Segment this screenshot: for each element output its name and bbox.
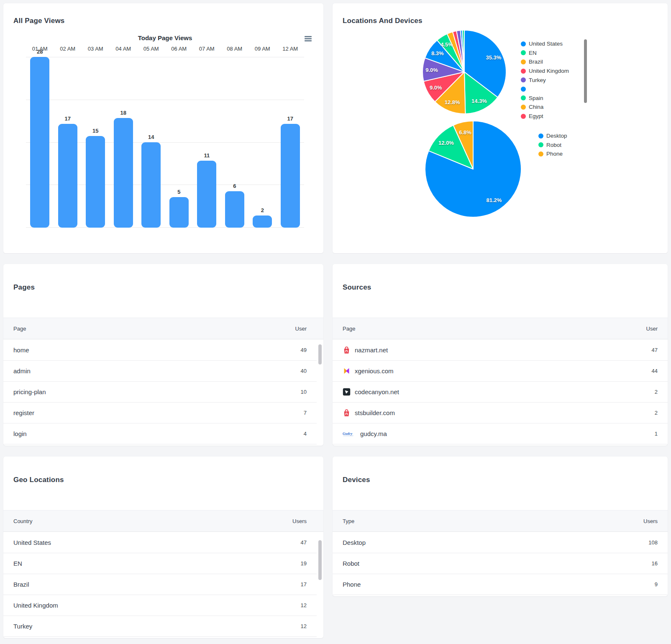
legend-item[interactable]: Egypt <box>521 112 569 121</box>
legend-item[interactable]: United Kingdom <box>521 67 569 76</box>
column-header-user: User <box>295 326 307 332</box>
table-row: home49 <box>3 340 317 361</box>
table-row: nazmart.net47 <box>333 340 668 361</box>
pages-card-title: Pages <box>13 283 35 292</box>
bar <box>114 118 133 228</box>
table-row: Phone9 <box>333 574 668 595</box>
bar-value-label: 15 <box>82 128 110 134</box>
row-value: 47 <box>652 347 658 353</box>
legend-marker-icon <box>521 77 526 82</box>
legend-marker-icon <box>521 114 526 119</box>
row-value: 12 <box>301 623 307 629</box>
bar <box>197 161 216 228</box>
legend-item[interactable] <box>521 85 569 94</box>
x-axis-label: 05 AM <box>137 46 165 52</box>
legend-marker-icon <box>521 105 526 110</box>
locations-legend: United StatesENBrazilUnited KingdomTurke… <box>521 39 569 121</box>
sources-card-title: Sources <box>343 283 371 292</box>
row-value: 1 <box>655 431 658 437</box>
xgenious-favicon-icon <box>343 367 351 375</box>
geo-table-body: United States47EN19Brazil17United Kingdo… <box>3 532 317 637</box>
pie-percent-label: 35.3% <box>486 54 501 61</box>
pie-percent-label: 6.8% <box>459 129 471 136</box>
legend-label: Phone <box>546 151 563 157</box>
row-value: 4 <box>304 431 307 437</box>
row-label: register <box>13 409 34 416</box>
row-value: 12 <box>301 602 307 608</box>
chart-menu-icon[interactable] <box>305 36 312 42</box>
legend-marker-icon <box>521 50 526 55</box>
x-axis-label: 12 AM <box>277 46 305 52</box>
row-label: gudcy.ma <box>360 430 387 437</box>
x-axis-label: 03 AM <box>82 46 110 52</box>
legend-item[interactable]: China <box>521 103 569 112</box>
row-value: 16 <box>652 560 658 567</box>
bar-value-label: 14 <box>137 134 165 140</box>
row-value: 7 <box>304 410 307 416</box>
pages-card: Pages Page User home49admin40pricing-pla… <box>3 264 323 446</box>
bar <box>281 124 300 228</box>
table-row: United Kingdom12 <box>3 595 317 616</box>
row-label: Turkey <box>13 623 32 630</box>
row-value: 17 <box>301 581 307 588</box>
table-row: pricing-plan10 <box>3 382 317 403</box>
bar-slot: 28 <box>26 57 54 228</box>
legend-scrollbar[interactable] <box>584 39 587 103</box>
x-axis-label: 06 AM <box>165 46 193 52</box>
bar-value-label: 17 <box>54 115 82 122</box>
legend-item[interactable]: Phone <box>538 149 567 159</box>
bar-slot: 17 <box>54 57 82 228</box>
pie-percent-label: 4.5% <box>441 41 453 48</box>
legend-label: China <box>529 104 543 110</box>
pie-percent-label: 8.3% <box>431 50 444 56</box>
table-row: codecanyon.net2 <box>333 382 668 403</box>
legend-item[interactable]: United States <box>521 39 569 49</box>
table-row: admin40 <box>3 361 317 382</box>
table-scrollbar[interactable] <box>318 344 322 364</box>
bar <box>30 57 49 228</box>
row-label: United Kingdom <box>13 602 58 609</box>
nazmart-favicon-icon <box>343 346 351 354</box>
pie-percent-label: 9.0% <box>430 85 442 91</box>
row-label: pricing-plan <box>13 388 46 395</box>
pie-percent-label: 12.8% <box>445 99 460 105</box>
legend-item[interactable]: Robot <box>538 141 567 150</box>
bar-slot: 2 <box>248 57 277 228</box>
legend-item[interactable]: Turkey <box>521 75 569 85</box>
bar <box>141 142 161 228</box>
table-row: Brazil17 <box>3 574 317 595</box>
legend-label: Turkey <box>529 77 546 83</box>
legend-item[interactable]: EN <box>521 49 569 58</box>
codecanyon-favicon-icon <box>343 388 351 396</box>
x-axis-label: 07 AM <box>193 46 221 52</box>
pie-percent-label: 81.2% <box>486 197 502 203</box>
legend-item[interactable]: Spain <box>521 94 569 103</box>
legend-item[interactable]: Desktop <box>538 131 567 141</box>
column-header-user: User <box>646 326 658 332</box>
table-row: Robot16 <box>333 553 668 574</box>
bar-slot: 17 <box>277 57 305 228</box>
legend-marker-icon <box>538 133 543 139</box>
row-label: codecanyon.net <box>355 388 399 395</box>
pie-percent-label: 9.0% <box>425 67 438 73</box>
table-row: EN19 <box>3 553 317 574</box>
bar-slot: 5 <box>165 57 193 228</box>
table-row: stsbuilder.com2 <box>333 403 668 423</box>
legend-marker-icon <box>538 151 543 157</box>
table-row: register7 <box>3 403 317 423</box>
table-scrollbar[interactable] <box>318 540 322 580</box>
x-axis-label: 02 AM <box>54 46 82 52</box>
row-value: 40 <box>301 368 307 374</box>
row-label: Robot <box>343 560 359 567</box>
legend-marker-icon <box>521 87 526 92</box>
x-axis-labels: 01 AM02 AM03 AM04 AM05 AM06 AM07 AM08 AM… <box>26 46 304 52</box>
column-header-country: Country <box>13 518 33 524</box>
bar-slot: 14 <box>137 57 165 228</box>
legend-item[interactable]: Brazil <box>521 57 569 67</box>
row-value: 2 <box>655 389 658 395</box>
row-value: 49 <box>301 347 307 353</box>
all-page-views-card: All Page Views Today Page Views 01 AM02 … <box>3 3 323 253</box>
legend-marker-icon <box>521 69 526 74</box>
legend-label: EN <box>529 50 537 56</box>
column-header-page: Page <box>13 326 26 332</box>
